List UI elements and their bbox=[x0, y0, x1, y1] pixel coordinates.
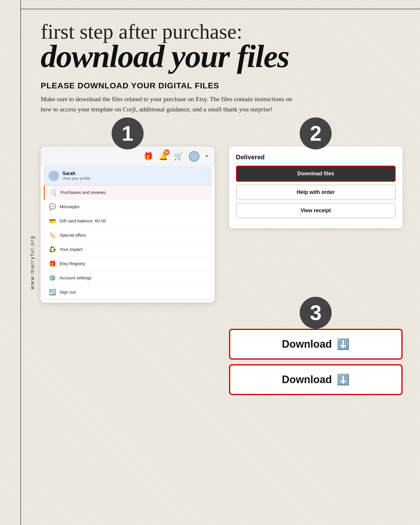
messages-item[interactable]: 💬 Messages bbox=[44, 200, 211, 214]
your-impact-label: Your impact bbox=[60, 247, 83, 252]
download-arrow-icon-1: ⬇️ bbox=[337, 338, 350, 350]
your-impact-item[interactable]: ♻️ Your impact bbox=[44, 242, 211, 257]
notification-badge: 50 bbox=[164, 149, 170, 155]
dropdown-arrow-icon: ▼ bbox=[205, 154, 209, 158]
etsy-registry-item[interactable]: 🎁 Etsy Registry bbox=[44, 257, 211, 271]
settings-icon: ⚙️ bbox=[49, 274, 56, 281]
gift-card-label: Gift card balance: €0.00 bbox=[60, 218, 106, 223]
download-button-1[interactable]: Download ⬇️ bbox=[229, 329, 403, 360]
etsy-mockup: 🎁 🔔 50 🛒 ▼ bbox=[41, 147, 215, 303]
cart-icon: 🛒 bbox=[174, 152, 183, 161]
profile-info: Sarah View your profile bbox=[62, 171, 90, 181]
gift-card-item[interactable]: 💳 Gift card balance: €0.00 bbox=[44, 214, 211, 228]
etsy-avatar bbox=[189, 151, 199, 162]
purchases-reviews-item[interactable]: 🗒️ Purchases and reviews bbox=[44, 185, 211, 200]
vertical-watermark: www.marryful.org bbox=[29, 235, 35, 290]
messages-label: Messages bbox=[60, 204, 79, 209]
dropdown-menu: Sarah View your profile 🗒️ Purchases and… bbox=[44, 166, 212, 300]
tag-icon: 🏷️ bbox=[49, 232, 56, 239]
top-border bbox=[20, 9, 420, 9]
etsy-registry-label: Etsy Registry bbox=[60, 261, 85, 266]
step3-number-circle: 3 bbox=[300, 297, 332, 329]
gift-icon: 🎁 bbox=[144, 152, 153, 161]
leaf-icon: ♻️ bbox=[49, 246, 56, 253]
subtitle-body: Make sure to download the files related … bbox=[41, 94, 296, 114]
special-offers-label: Special offers bbox=[60, 233, 86, 238]
account-settings-item[interactable]: ⚙️ Account settings bbox=[44, 271, 211, 285]
download-arrow-icon-2: ⬇️ bbox=[337, 374, 350, 386]
main-heading: download your files bbox=[41, 40, 403, 72]
message-icon: 💬 bbox=[49, 203, 56, 210]
clipboard-icon: 🗒️ bbox=[49, 189, 57, 196]
signout-icon: ↩️ bbox=[49, 289, 56, 296]
download-button-2[interactable]: Download ⬇️ bbox=[229, 364, 403, 395]
registry-icon: 🎁 bbox=[49, 260, 56, 267]
step1-number-circle: 1 bbox=[112, 117, 144, 149]
profile-sub-text: View your profile bbox=[62, 176, 90, 181]
etsy-top-bar: 🎁 🔔 50 🛒 ▼ bbox=[41, 147, 215, 166]
subtitle-bold: PLEASE DOWNLOAD YOUR DIGITAL FILES bbox=[41, 81, 403, 90]
notification-wrapper: 🔔 50 bbox=[159, 152, 168, 161]
sign-out-label: Sign out bbox=[60, 290, 76, 294]
credit-card-icon: 💳 bbox=[49, 217, 56, 224]
step2-container: Delivered Download files Help with order… bbox=[229, 147, 403, 228]
sign-out-item[interactable]: ↩️ Sign out bbox=[44, 285, 211, 299]
download-files-button[interactable]: Download files bbox=[236, 166, 396, 182]
left-border bbox=[20, 0, 21, 525]
help-order-button[interactable]: Help with order bbox=[236, 185, 396, 200]
download-btn2-label: Download bbox=[282, 374, 332, 386]
view-receipt-button[interactable]: View receipt bbox=[236, 203, 396, 218]
profile-avatar bbox=[49, 171, 59, 181]
subtitle-section: PLEASE DOWNLOAD YOUR DIGITAL FILES Make … bbox=[41, 81, 403, 114]
profile-menu-item[interactable]: Sarah View your profile bbox=[44, 167, 211, 185]
step2-number-circle: 2 bbox=[300, 117, 332, 149]
special-offers-item[interactable]: 🏷️ Special offers bbox=[44, 228, 211, 242]
step2-column: 2 Delivered Download files Help with ord… bbox=[229, 126, 403, 228]
download-btn1-label: Download bbox=[282, 338, 332, 350]
download-buttons-container: Download ⬇️ Download ⬇️ bbox=[229, 329, 403, 395]
profile-name: Sarah bbox=[62, 171, 90, 176]
step1-column: 1 🎁 🔔 50 🛒 ▼ bbox=[41, 126, 215, 303]
delivered-label: Delivered bbox=[236, 153, 396, 161]
purchases-reviews-label: Purchases and reviews bbox=[60, 190, 106, 195]
delivered-card: Delivered Download files Help with order… bbox=[229, 147, 403, 228]
step3-column: 3 Download ⬇️ Download ⬇️ bbox=[229, 306, 403, 395]
account-settings-label: Account settings bbox=[60, 275, 92, 280]
